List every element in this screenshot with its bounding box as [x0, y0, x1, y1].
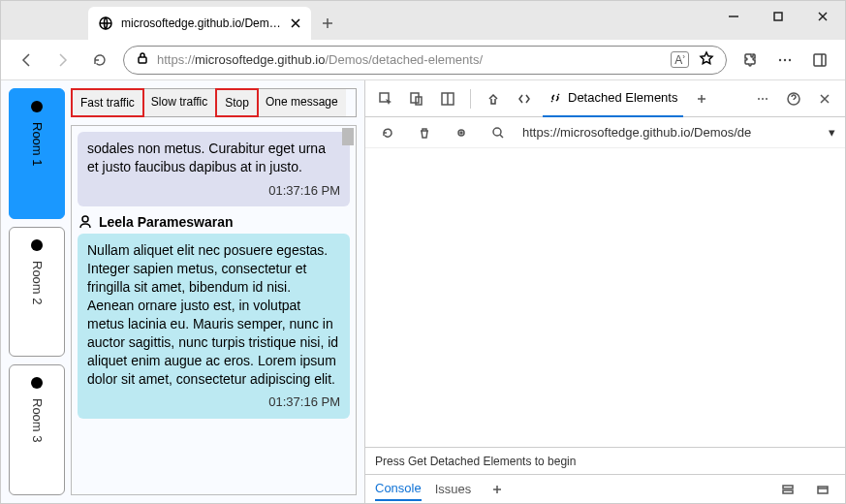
svg-point-5 — [789, 58, 791, 60]
devtools-status-bar: Press Get Detached Elements to begin — [365, 447, 845, 474]
back-button[interactable] — [13, 47, 40, 74]
message: Leela ParameswaranNullam aliquet elit ne… — [78, 214, 350, 419]
status-dot-icon — [31, 101, 43, 112]
traffic-button[interactable]: One message — [258, 89, 346, 116]
forward-button[interactable] — [49, 47, 77, 74]
drawer-settings-button[interactable] — [775, 477, 800, 502]
reading-mode-icon[interactable]: A› — [671, 51, 689, 68]
message-author: Leela Parameswaran — [78, 214, 350, 230]
welcome-tab[interactable] — [481, 80, 506, 117]
minimize-button[interactable] — [711, 1, 756, 32]
device-emulation-button[interactable] — [404, 86, 429, 111]
status-dot-icon — [31, 239, 43, 251]
url-bar: https://microsoftedge.github.io/Demos/de… — [1, 40, 845, 80]
room-label: Room 2 — [30, 261, 45, 305]
settings-menu-button[interactable] — [771, 47, 799, 74]
messages-panel: sodales non metus. Curabitur eget urna e… — [71, 125, 357, 495]
devtools-status-text: Press Get Detached Elements to begin — [375, 455, 576, 468]
room-tab[interactable]: Room 2 — [9, 227, 65, 358]
detached-elements-tab[interactable]: Detached Elements — [543, 80, 683, 117]
issues-tab[interactable]: Issues — [435, 482, 472, 496]
traffic-button[interactable]: Slow traffic — [143, 89, 216, 116]
devtools-main — [365, 148, 845, 447]
devtools-toolbar: https://microsoftedge.github.io/Demos/de… — [365, 117, 845, 148]
room-tab[interactable]: Room 1 — [9, 88, 65, 219]
devtools-help-button[interactable] — [781, 86, 806, 111]
message-body: sodales non metus. Curabitur eget urna e… — [78, 132, 350, 206]
status-dot-icon — [31, 377, 43, 389]
svg-point-14 — [766, 98, 768, 100]
extensions-button[interactable] — [736, 47, 764, 74]
svg-point-13 — [762, 98, 764, 100]
page: Room 1Room 2Room 3 Fast trafficSlow traf… — [1, 80, 364, 503]
tab-title: microsoftedge.github.io/Demos/c — [121, 16, 282, 30]
dropdown-icon[interactable]: ▾ — [829, 125, 835, 140]
room-tab[interactable]: Room 3 — [9, 364, 65, 495]
room-label: Room 3 — [30, 398, 45, 443]
window-controls — [711, 1, 845, 32]
elements-tab[interactable] — [512, 80, 537, 117]
drawer-collapse-button[interactable] — [810, 477, 835, 502]
message-body: Nullam aliquet elit nec posuere egestas.… — [78, 234, 350, 419]
url-input[interactable]: https://microsoftedge.github.io/Demos/de… — [123, 46, 727, 75]
svg-point-18 — [493, 128, 501, 136]
analyze-button[interactable] — [449, 120, 474, 145]
chat-area: Fast trafficSlow trafficStopOne message … — [71, 88, 364, 495]
devtools-more-button[interactable] — [750, 86, 775, 111]
svg-rect-1 — [774, 13, 782, 20]
get-elements-button[interactable] — [375, 120, 400, 145]
lock-icon — [136, 51, 149, 69]
devtools-drawer: Console Issues — [365, 474, 845, 503]
globe-icon — [98, 16, 113, 31]
svg-rect-21 — [818, 487, 828, 493]
svg-rect-2 — [139, 57, 146, 63]
svg-point-7 — [82, 216, 88, 222]
message: sodales non metus. Curabitur eget urna e… — [78, 132, 350, 206]
svg-rect-6 — [814, 54, 826, 66]
svg-rect-20 — [783, 490, 793, 493]
traffic-button[interactable]: Stop — [215, 88, 259, 117]
favorite-icon[interactable] — [699, 50, 714, 70]
devtools-panel: Detached Elements https://microsoftedge.… — [364, 80, 845, 503]
svg-rect-9 — [411, 93, 419, 103]
devtools-url-text: https://microsoftedge.github.io/Demos/de — [522, 125, 817, 140]
drawer-more-button[interactable] — [485, 477, 510, 502]
rooms-sidebar: Room 1Room 2Room 3 — [9, 88, 71, 495]
traffic-toolbar: Fast trafficSlow trafficStopOne message — [71, 88, 357, 117]
close-icon[interactable] — [290, 17, 301, 29]
svg-point-3 — [779, 58, 781, 60]
svg-point-17 — [460, 132, 462, 134]
inspect-element-button[interactable] — [373, 86, 398, 111]
devtools-dock-button[interactable] — [435, 86, 460, 111]
browser-titlebar: microsoftedge.github.io/Demos/c — [1, 1, 845, 40]
more-tabs-button[interactable] — [689, 86, 714, 111]
browser-tab[interactable]: microsoftedge.github.io/Demos/c — [88, 7, 311, 40]
refresh-button[interactable] — [86, 47, 113, 74]
url-text: https://microsoftedge.github.io/Demos/de… — [157, 52, 663, 67]
search-button[interactable] — [486, 120, 511, 145]
message-time: 01:37:16 PM — [87, 176, 340, 200]
message-time: 01:37:16 PM — [87, 388, 340, 411]
maximize-button[interactable] — [756, 1, 800, 32]
scrollbar[interactable] — [340, 126, 356, 494]
svg-point-4 — [784, 58, 786, 60]
content-area: Room 1Room 2Room 3 Fast trafficSlow traf… — [1, 80, 845, 503]
svg-rect-19 — [783, 486, 793, 488]
sidebar-toggle-button[interactable] — [806, 47, 833, 74]
svg-point-12 — [758, 98, 760, 100]
new-tab-button[interactable] — [311, 7, 344, 40]
traffic-button[interactable]: Fast traffic — [71, 88, 144, 117]
console-tab[interactable]: Console — [375, 481, 422, 501]
window-close-button[interactable] — [800, 1, 845, 32]
room-label: Room 1 — [30, 122, 45, 167]
devtools-close-button[interactable] — [812, 86, 837, 111]
scrollbar-thumb[interactable] — [342, 128, 354, 145]
gc-button[interactable] — [412, 120, 437, 145]
devtools-tabs: Detached Elements — [365, 80, 845, 117]
detached-elements-tab-label: Detached Elements — [568, 90, 677, 105]
